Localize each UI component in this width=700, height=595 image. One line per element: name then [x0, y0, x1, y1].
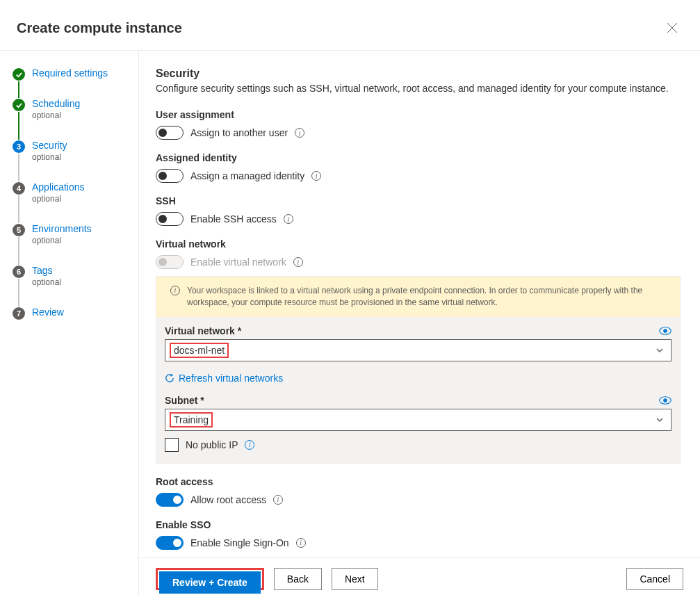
step-number-icon: 6 [13, 266, 25, 278]
close-button[interactable] [661, 17, 683, 39]
sso-label: Enable Single Sign-On [190, 537, 289, 548]
step-number-icon: 5 [13, 224, 25, 236]
main-panel: Security Configure security settings suc… [139, 51, 700, 595]
vnet-toggle [156, 255, 184, 269]
subnet-select[interactable]: Training [165, 409, 671, 431]
root-access-label: Allow root access [190, 494, 266, 505]
wizard-footer: Review + Create Back Next Cancel [139, 557, 700, 595]
preview-icon[interactable] [659, 396, 671, 405]
step-number-icon: 3 [13, 140, 25, 153]
assign-user-label: Assign to another user [190, 127, 288, 138]
sso-toggle[interactable] [156, 536, 184, 550]
ssh-toggle[interactable] [156, 212, 184, 226]
subnet-value: Training [170, 412, 213, 427]
step-review[interactable]: 7 Review [13, 307, 138, 334]
root-access-toggle[interactable] [156, 493, 184, 507]
refresh-icon [165, 373, 174, 383]
vnet-value: docs-ml-net [170, 343, 229, 358]
assign-user-toggle[interactable] [156, 126, 184, 140]
no-public-ip-checkbox[interactable] [165, 438, 179, 452]
info-icon[interactable]: i [245, 440, 254, 450]
step-sublabel: optional [32, 111, 138, 120]
info-icon: i [170, 286, 180, 295]
info-icon[interactable]: i [295, 128, 304, 138]
review-create-highlight: Review + Create [156, 568, 264, 590]
refresh-vnet-link[interactable]: Refresh virtual networks [156, 373, 291, 384]
chevron-down-icon [656, 416, 664, 424]
user-assignment-heading: User assignment [156, 109, 681, 120]
step-sublabel: optional [32, 194, 138, 204]
step-required-settings[interactable]: Required settings [13, 67, 138, 98]
info-icon[interactable]: i [293, 257, 303, 267]
step-label: Security [32, 140, 138, 151]
check-icon [13, 99, 25, 111]
step-label: Required settings [32, 67, 138, 79]
vnet-label: Enable virtual network [190, 256, 286, 268]
cancel-button[interactable]: Cancel [626, 568, 683, 590]
assign-identity-toggle[interactable] [156, 169, 184, 183]
vnet-field-label: Virtual network * [165, 325, 241, 336]
assign-identity-label: Assign a managed identity [190, 170, 304, 181]
review-create-button[interactable]: Review + Create [159, 571, 261, 594]
step-number-icon: 4 [13, 182, 25, 195]
step-environments[interactable]: 5 Environments optional [13, 223, 138, 265]
step-label: Environments [32, 223, 138, 234]
step-label: Review [32, 307, 138, 318]
dialog-header: Create compute instance [0, 0, 700, 51]
step-number-icon: 7 [13, 307, 25, 320]
info-icon[interactable]: i [273, 495, 283, 505]
vnet-info-banner: i Your workspace is linked to a virtual … [156, 277, 680, 317]
svg-point-5 [664, 398, 667, 402]
back-button[interactable]: Back [274, 568, 322, 590]
dialog-title: Create compute instance [17, 20, 182, 36]
step-security[interactable]: 3 Security optional [13, 140, 138, 181]
no-public-ip-label: No public IP [186, 439, 238, 450]
vnet-select[interactable]: docs-ml-net [165, 339, 671, 361]
step-sublabel: optional [32, 277, 138, 287]
check-icon [13, 68, 25, 81]
root-heading: Root access [156, 476, 681, 487]
subnet-field-label: Subnet * [165, 395, 204, 406]
chevron-down-icon [656, 346, 664, 354]
preview-icon[interactable] [659, 326, 671, 336]
vnet-panel: i Your workspace is linked to a virtual … [156, 276, 681, 464]
svg-point-3 [664, 329, 667, 332]
ssh-label: Enable SSH access [190, 213, 277, 225]
ssh-heading: SSH [156, 195, 681, 206]
step-tags[interactable]: 6 Tags optional [13, 265, 138, 307]
vnet-heading: Virtual network [156, 238, 681, 250]
step-applications[interactable]: 4 Applications optional [13, 181, 138, 223]
page-title: Security [156, 67, 681, 80]
info-icon[interactable]: i [296, 538, 306, 548]
refresh-vnet-label: Refresh virtual networks [179, 373, 283, 384]
step-label: Scheduling [32, 98, 138, 109]
sso-heading: Enable SSO [156, 519, 681, 530]
vnet-banner-text: Your workspace is linked to a virtual ne… [187, 285, 666, 309]
step-label: Applications [32, 181, 138, 193]
info-icon[interactable]: i [284, 214, 293, 224]
assigned-identity-heading: Assigned identity [156, 152, 681, 163]
step-label: Tags [32, 265, 138, 276]
close-icon [667, 22, 678, 33]
step-sublabel: optional [32, 236, 138, 245]
step-sublabel: optional [32, 152, 138, 162]
step-scheduling[interactable]: Scheduling optional [13, 98, 138, 140]
wizard-sidebar: Required settings Scheduling optional 3 … [0, 51, 139, 595]
info-icon[interactable]: i [311, 171, 321, 181]
page-description: Configure security settings such as SSH,… [156, 83, 681, 94]
next-button[interactable]: Next [332, 568, 378, 590]
